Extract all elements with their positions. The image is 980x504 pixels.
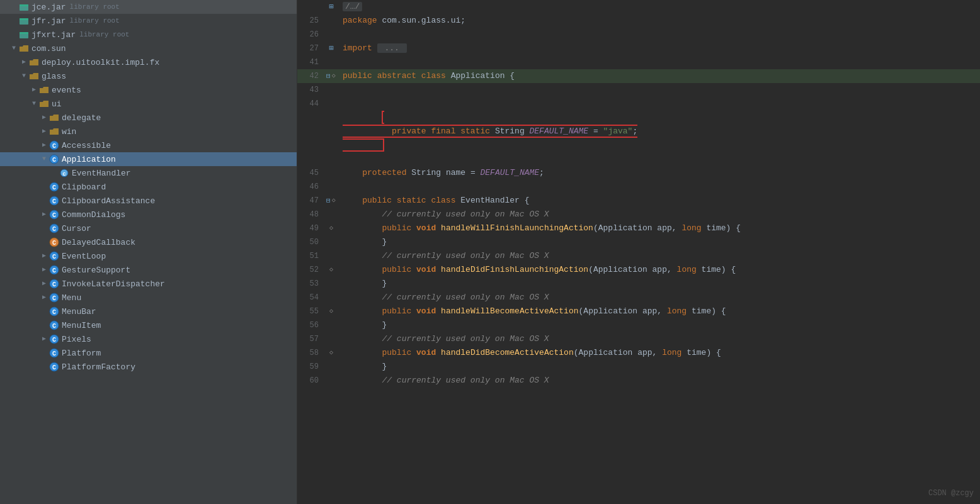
tree-item-jfr[interactable]: jfr.jar library root [0,14,297,28]
line-num-57: 57 [297,332,325,346]
gutter-diamond-47: ◇ [332,194,336,208]
chevron-deploy [20,59,28,66]
code-content-60: // currently used only on Mac OS X [338,374,980,388]
tree-item-deploy[interactable]: deploy.uitoolkit.impl.fx [0,55,297,69]
code-content-45: protected String name = DEFAULT_NAME; [338,166,980,180]
tree-item-platform[interactable]: C Platform [0,346,297,360]
line-num-25: 25 [297,14,325,28]
folder-icon-com-sun [19,43,29,53]
tree-item-delayedcallback[interactable]: C DelayedCallback [0,235,297,249]
svg-text:C: C [52,295,56,302]
tree-item-eventloop[interactable]: C EventLoop [0,249,297,263]
code-editor[interactable]: ⊞ /…/ 25 package com.sun.glass.ui; 26 27… [297,0,980,504]
svg-marker-11 [50,115,59,121]
tree-item-glass[interactable]: glass [0,69,297,83]
tree-label-eventloop: EventLoop [62,252,106,261]
tree-label-clipboardassistance: ClipboardAssistance [62,196,155,206]
gutter-52: ◇ [325,263,338,277]
svg-text:C: C [52,212,56,219]
highlighted-field: private final static String DEFAULT_NAME… [343,111,637,152]
tree-label-jfr: jfr.jar [31,16,66,26]
tree-item-menuitem[interactable]: C MenuItem [0,318,297,332]
code-line-52: 52 ◇ public void handleDidFinishLaunchin… [297,263,980,277]
tree-item-application[interactable]: C Application [0,152,297,166]
code-line-45: 45 protected String name = DEFAULT_NAME; [297,166,980,180]
code-line-42: 42 ⊟ ◇ public abstract class Application… [297,69,980,83]
code-line-56: 56 } [297,318,980,332]
chevron-win [40,128,48,135]
tree-item-events[interactable]: events [0,83,297,97]
line-num-45: 45 [297,166,325,180]
svg-text:C: C [52,337,56,344]
code-line-27: 27 ⊞ import ... [297,42,980,55]
code-line-49: 49 ◇ public void handleWillFinishLaunchi… [297,221,980,235]
code-content-25: package com.sun.glass.ui; [338,14,980,28]
tree-item-com-sun[interactable]: com.sun [0,42,297,55]
code-content-46 [338,180,980,194]
tree-item-jfxrt[interactable]: jfxrt.jar library root [0,28,297,42]
gutter-expand-27[interactable]: ⊞ [325,42,338,55]
chevron-invokelaterdispatcher [40,280,48,288]
gutter-49: ◇ [325,221,338,235]
tree-item-win[interactable]: win [0,125,297,138]
tree-item-cursor[interactable]: C Cursor [0,221,297,235]
tree-label-deploy: deploy.uitoolkit.impl.fx [42,58,159,67]
line-num-52: 52 [297,263,325,277]
line-num-56: 56 [297,318,325,332]
tree-item-commondialogs[interactable]: C CommonDialogs [0,208,297,221]
tree-label-jce: jce.jar [31,3,66,12]
tree-sub-jce: library root [70,3,120,11]
gutter-diamond-55: ◇ [325,305,338,318]
code-content-27: import ... [338,42,980,55]
line-num-59: 59 [297,360,325,374]
tree-label-cursor: Cursor [62,224,91,233]
code-content-1: /…/ [338,0,980,14]
line-num-49: 49 [297,221,325,235]
tree-item-gesturesupport[interactable]: C GestureSupport [0,263,297,277]
class-icon-clipboardassistance: C [49,196,59,206]
tree-item-delegate[interactable]: delegate [0,111,297,125]
gutter-55: ◇ [325,305,338,318]
line-num-50: 50 [297,235,325,249]
jar-icon-jce [19,2,29,12]
tree-label-com-sun: com.sun [31,44,66,53]
gutter-43 [325,83,338,97]
svg-text:C: C [52,267,56,274]
svg-text:C: C [52,254,56,260]
line-num-48: 48 [297,208,325,221]
gutter-expand-1[interactable]: ⊞ [325,0,338,14]
tree-item-jce[interactable]: jce.jar library root [0,0,297,14]
gutter-1: ⊞ [325,0,338,14]
gutter-27: ⊞ [325,42,338,55]
line-num-54: 54 [297,291,325,305]
tree-item-ui[interactable]: ui [0,97,297,111]
tree-label-platformfactory: PlatformFactory [62,362,135,372]
tree-item-menu[interactable]: C Menu [0,291,297,305]
tree-item-menubar[interactable]: C MenuBar [0,305,297,318]
tree-label-menu: Menu [62,293,81,303]
gutter-44 [325,97,338,166]
line-num-60: 60 [297,374,325,388]
gutter-42: ⊟ ◇ [325,69,338,83]
tree-item-clipboardassistance[interactable]: C ClipboardAssistance [0,194,297,208]
tree-label-clipboard: Clipboard [62,182,106,192]
tree-item-invokelaterdispatcher[interactable]: C InvokeLaterDispatcher [0,277,297,291]
code-content-43 [338,83,980,97]
tree-label-application: Application [62,155,116,164]
code-content-47: public static class EventHandler { [338,194,980,208]
class-icon-platform: C [49,348,59,358]
tree-item-pixels[interactable]: C Pixels [0,332,297,346]
tree-item-accessible[interactable]: C Accessible [0,138,297,152]
code-area: ⊞ /…/ 25 package com.sun.glass.ui; 26 27… [297,0,980,504]
class-icon-eventloop: C [49,251,59,261]
tree-item-clipboard[interactable]: C Clipboard [0,180,297,194]
gutter-45 [325,166,338,180]
svg-text:C: C [52,184,56,191]
line-num-44: 44 [297,97,325,166]
code-line-50: 50 } [297,235,980,249]
folder-icon-events [39,85,49,95]
tree-item-eventhandler[interactable]: c EventHandler [0,166,297,180]
tree-item-platformfactory[interactable]: C PlatformFactory [0,360,297,374]
tree-label-eventhandler: EventHandler [72,169,131,178]
code-line-48: 48 // currently used only on Mac OS X [297,208,980,221]
